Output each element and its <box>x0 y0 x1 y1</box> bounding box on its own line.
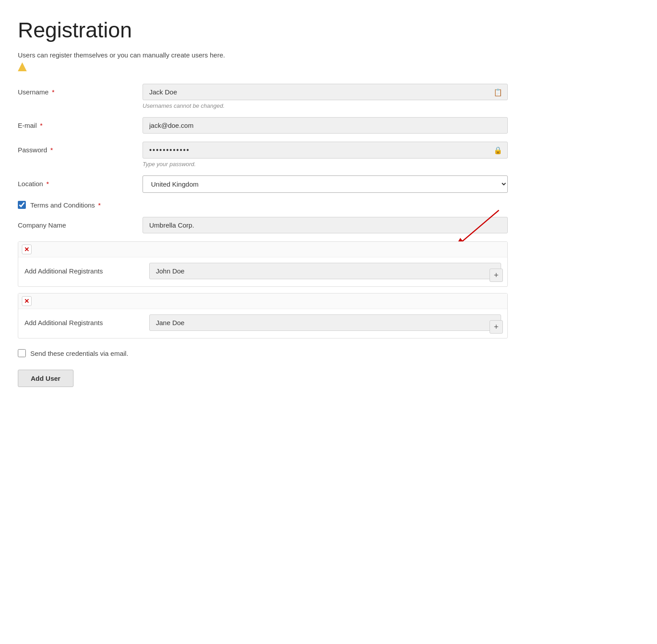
email-row: E-mail * <box>18 117 508 134</box>
terms-required: * <box>98 201 101 209</box>
company-name-label: Company Name <box>18 217 143 229</box>
registrant-2-input[interactable] <box>149 314 501 331</box>
send-credentials-checkbox[interactable] <box>18 349 26 357</box>
registrant-container-1: ✕ Add Additional Registrants + <box>18 241 508 287</box>
location-required: * <box>46 180 49 187</box>
location-label: Location * <box>18 175 143 187</box>
username-row: Username * 📋 Usernames cannot be changed… <box>18 84 508 109</box>
terms-checkbox[interactable] <box>18 201 26 209</box>
password-row: Password * 🔒 Type your password. <box>18 142 508 167</box>
registrant-header-2: ✕ <box>18 293 507 309</box>
company-name-input[interactable] <box>143 217 508 233</box>
password-label: Password * <box>18 142 143 154</box>
send-credentials-row: Send these credentials via email. <box>18 349 508 357</box>
remove-registrant-1-button[interactable]: ✕ <box>22 245 32 254</box>
location-select[interactable]: United Kingdom United States Canada Aust… <box>143 175 508 193</box>
page-description: Users can register themselves or you can… <box>18 51 639 59</box>
company-name-row: Company Name <box>18 217 508 233</box>
terms-label[interactable]: Terms and Conditions * <box>30 201 101 209</box>
password-input-container: 🔒 <box>143 142 508 159</box>
send-credentials-label[interactable]: Send these credentials via email. <box>30 350 128 357</box>
lock-icon: 🔒 <box>494 146 502 155</box>
location-field-wrapper: United Kingdom United States Canada Aust… <box>143 175 508 193</box>
registrant-block-1: ✕ Add Additional Registrants + <box>18 241 508 287</box>
registrant-header-1: ✕ <box>18 242 507 257</box>
registrant-1-input[interactable] <box>149 263 501 279</box>
registrant-body-2: Add Additional Registrants <box>18 309 507 338</box>
location-row: Location * United Kingdom United States … <box>18 175 508 193</box>
company-name-field-wrapper <box>143 217 508 233</box>
password-hint: Type your password. <box>143 161 508 167</box>
username-label: Username * <box>18 84 143 96</box>
registrant-1-label: Add Additional Registrants <box>24 267 149 275</box>
email-label: E-mail * <box>18 117 143 129</box>
registrant-2-label: Add Additional Registrants <box>24 319 149 326</box>
email-field-wrapper <box>143 117 508 134</box>
page-title: Registration <box>18 18 639 42</box>
email-input[interactable] <box>143 117 508 134</box>
username-field-wrapper: 📋 Usernames cannot be changed. <box>143 84 508 109</box>
password-field-wrapper: 🔒 Type your password. <box>143 142 508 167</box>
registrant-block-2: ✕ Add Additional Registrants + <box>18 293 508 338</box>
password-required: * <box>50 146 53 154</box>
username-input-container: 📋 <box>143 84 508 100</box>
registrant-body-1: Add Additional Registrants <box>18 257 507 286</box>
username-hint: Usernames cannot be changed. <box>143 102 508 109</box>
username-input[interactable] <box>143 84 508 100</box>
registration-form: Username * 📋 Usernames cannot be changed… <box>18 84 508 387</box>
username-required: * <box>52 88 54 96</box>
warning-icon <box>18 62 27 71</box>
add-registrant-1-button[interactable]: + <box>490 269 503 282</box>
email-required: * <box>40 122 43 129</box>
remove-registrant-2-button[interactable]: ✕ <box>22 296 32 306</box>
id-card-icon: 📋 <box>494 88 502 96</box>
terms-row: Terms and Conditions * <box>18 201 508 209</box>
password-input[interactable] <box>143 142 508 159</box>
add-registrant-2-button[interactable]: + <box>490 320 503 334</box>
add-user-button[interactable]: Add User <box>18 370 73 387</box>
